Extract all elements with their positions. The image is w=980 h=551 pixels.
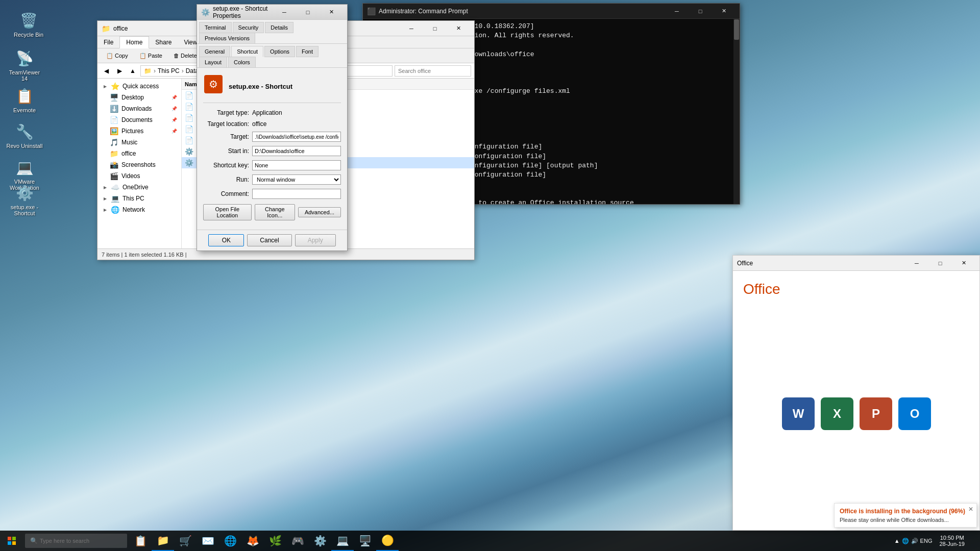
- desktop-icon-evernote[interactable]: 📋 Evernote: [4, 84, 45, 115]
- dialog-header-title: setup.exe - Shortcut: [229, 83, 292, 90]
- sidebar-item-desktop[interactable]: 🖥️ Desktop 📌: [97, 92, 181, 103]
- cmd-maximize-button[interactable]: □: [689, 4, 712, 19]
- taskbar-app-store[interactable]: 🛒: [174, 531, 197, 551]
- taskbar-right: ▲ 🌐 🔊 ENG 10:50 PM 28-Jun-19: [890, 531, 980, 551]
- systray-volume-icon[interactable]: 🔊: [911, 538, 918, 544]
- file-explorer-close-button[interactable]: ✕: [447, 21, 470, 36]
- ribbon-tab-file[interactable]: File: [97, 36, 119, 48]
- form-row-comment: Comment:: [203, 189, 341, 199]
- sidebar-item-office[interactable]: 📁 office: [97, 148, 181, 159]
- taskbar-app-firefox[interactable]: 🦊: [241, 531, 264, 551]
- sidebar-item-music[interactable]: 🎵 Music: [97, 137, 181, 148]
- dialog-minimize-button[interactable]: ─: [273, 5, 296, 20]
- dialog-titlebar[interactable]: ⚙️ setup.exe - Shortcut Properties ─ □ ✕: [197, 5, 347, 20]
- taskbar-app-file-explorer[interactable]: 📁: [152, 531, 174, 551]
- start-in-label: Start in:: [203, 147, 249, 155]
- file-explorer-maximize-button[interactable]: □: [423, 21, 447, 36]
- nav-forward-button[interactable]: ▶: [114, 65, 125, 77]
- dialog-tab-options[interactable]: Options: [264, 46, 295, 57]
- desktop-icon-setup-shortcut[interactable]: ⚙️ setup.exe - Shortcut: [4, 181, 45, 218]
- target-input[interactable]: [252, 132, 341, 142]
- cancel-button[interactable]: Cancel: [247, 234, 291, 246]
- taskbar-app-cmd[interactable]: 💻: [331, 531, 354, 551]
- ribbon-tab-share[interactable]: Share: [149, 36, 178, 48]
- open-file-location-button[interactable]: Open File Location: [203, 204, 252, 220]
- taskbar-app-mail[interactable]: ✉️: [197, 531, 219, 551]
- nav-up-button[interactable]: ▲: [127, 65, 138, 77]
- change-icon-button[interactable]: Change Icon...: [255, 204, 295, 220]
- dialog-tab-terminal[interactable]: Terminal: [199, 22, 232, 33]
- sidebar-downloads-label: Downloads: [121, 105, 152, 112]
- ribbon-btn-copy[interactable]: 📋 Copy: [102, 51, 133, 61]
- taskbar-app-game[interactable]: 🎮: [286, 531, 309, 551]
- taskbar-apps: 📋 📁 🛒 ✉️ 🌐 🦊 🌿 🎮: [129, 531, 890, 551]
- desktop-icon-revo[interactable]: 🔧 Revo Uninstall: [4, 119, 45, 151]
- sidebar-this-pc-label: This PC: [122, 195, 144, 202]
- desktop-icon-recycle-bin[interactable]: 🗑️ Recycle Bin: [8, 8, 49, 40]
- dialog-tab-details[interactable]: Details: [265, 22, 293, 33]
- search-icon: 🔍: [30, 537, 38, 544]
- cmd-titlebar[interactable]: ⬛ Administrator: Command Prompt ─ □ ✕: [363, 4, 740, 19]
- taskbar-app-monitor[interactable]: 🖥️: [354, 531, 376, 551]
- dialog-tab-previous-versions[interactable]: Previous Versions: [199, 33, 255, 44]
- dialog-close-button[interactable]: ✕: [320, 5, 343, 20]
- this-pc-arrow: ▶: [104, 196, 107, 201]
- show-desktop-button[interactable]: [972, 531, 976, 551]
- advanced-button[interactable]: Advanced...: [298, 207, 341, 217]
- dialog-tab-shortcut[interactable]: Shortcut: [231, 46, 263, 57]
- taskbar-app-settings[interactable]: ⚙️: [309, 531, 331, 551]
- ribbon-tab-home[interactable]: Home: [119, 36, 149, 48]
- taskbar-search-box[interactable]: 🔍: [25, 534, 127, 548]
- dialog-tab-font[interactable]: Font: [296, 46, 318, 57]
- dialog-tab-colors[interactable]: Colors: [228, 57, 256, 68]
- sidebar-item-screenshots[interactable]: 📸 Screenshots: [97, 159, 181, 170]
- taskbar-clock[interactable]: 10:50 PM 28-Jun-19: [935, 535, 969, 547]
- language-indicator[interactable]: ENG: [920, 538, 933, 544]
- start-button[interactable]: [0, 531, 23, 551]
- dialog-title-text: setup.exe - Shortcut Properties: [213, 5, 273, 19]
- settings-taskbar-icon: ⚙️: [314, 535, 327, 547]
- cmd-scrollbar[interactable]: [733, 19, 740, 204]
- sidebar-item-videos[interactable]: 🎬 Videos: [97, 170, 181, 182]
- nav-back-button[interactable]: ◀: [101, 65, 112, 77]
- office-titlebar[interactable]: Office ─ □ ✕: [733, 256, 979, 271]
- sidebar-item-pictures[interactable]: 🖼️ Pictures 📌: [97, 126, 181, 137]
- file-explorer-minimize-button[interactable]: ─: [400, 21, 423, 36]
- shortcut-key-input[interactable]: [252, 160, 341, 170]
- apply-button[interactable]: Apply: [295, 234, 336, 246]
- ribbon-btn-paste[interactable]: 📋 Paste: [135, 51, 167, 61]
- office-close-button[interactable]: ✕: [952, 256, 975, 271]
- sidebar-item-quick-access[interactable]: ▶ ⭐ Quick access: [97, 81, 181, 92]
- office-window-controls: ─ □ ✕: [905, 256, 975, 271]
- office-maximize-button[interactable]: □: [928, 256, 952, 271]
- dialog-tab-general[interactable]: General: [199, 46, 230, 57]
- edge-icon: 🌿: [269, 535, 282, 547]
- toast-close-button[interactable]: ✕: [968, 506, 973, 513]
- run-select[interactable]: Normal window Minimized Maximized: [252, 174, 341, 185]
- sidebar-item-network[interactable]: ▶ 🌐 Network: [97, 204, 181, 215]
- desktop-icon-teamviewer[interactable]: 📡 TeamViewer 14: [4, 46, 45, 84]
- office-toast-notification: Office is installing in the background (…: [834, 503, 977, 528]
- comment-input[interactable]: [252, 189, 341, 199]
- taskbar-app-edge[interactable]: 🌿: [264, 531, 286, 551]
- dialog-tab-layout[interactable]: Layout: [199, 57, 227, 68]
- form-row-shortcut-key: Shortcut key:: [203, 160, 341, 170]
- sidebar-item-documents[interactable]: 📄 Documents 📌: [97, 114, 181, 126]
- sidebar-videos-label: Videos: [121, 172, 140, 180]
- address-search-input[interactable]: [395, 65, 471, 77]
- ok-button[interactable]: OK: [208, 234, 244, 246]
- sidebar-item-this-pc[interactable]: ▶ 💻 This PC: [97, 193, 181, 204]
- cmd-close-button[interactable]: ✕: [712, 4, 736, 19]
- sidebar-item-onedrive[interactable]: ▶ ☁️ OneDrive: [97, 182, 181, 193]
- dialog-maximize-button[interactable]: □: [296, 5, 320, 20]
- systray-arrow[interactable]: ▲: [894, 538, 900, 544]
- taskbar-app-task-view[interactable]: 📋: [129, 531, 152, 551]
- taskbar-app-office[interactable]: 🟡: [376, 531, 399, 551]
- start-in-input[interactable]: [252, 146, 341, 156]
- taskbar-app-chrome[interactable]: 🌐: [219, 531, 241, 551]
- cmd-minimize-button[interactable]: ─: [665, 4, 689, 19]
- dialog-tab-security[interactable]: Security: [233, 22, 264, 33]
- office-minimize-button[interactable]: ─: [905, 256, 928, 271]
- sidebar-item-downloads[interactable]: ⬇️ Downloads 📌: [97, 103, 181, 114]
- taskbar-search-input[interactable]: [40, 538, 122, 544]
